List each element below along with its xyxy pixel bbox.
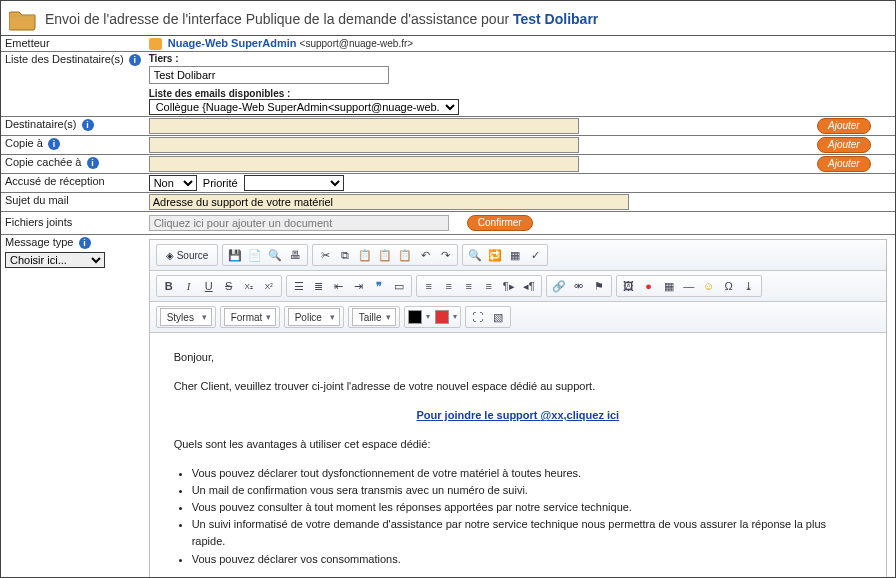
print-icon[interactable]: 🖶: [286, 246, 304, 264]
size-combo[interactable]: Taille: [352, 308, 396, 326]
selectall-icon[interactable]: ▦: [506, 246, 524, 264]
cut-icon[interactable]: ✂: [316, 246, 334, 264]
paste-text-icon[interactable]: 📋: [376, 246, 394, 264]
preview-icon[interactable]: 🔍: [266, 246, 284, 264]
spell-icon[interactable]: ✓: [526, 246, 544, 264]
underline-button[interactable]: U: [200, 277, 218, 295]
paste-icon[interactable]: 📋: [356, 246, 374, 264]
bgcolor-button[interactable]: [435, 310, 449, 324]
emails-select[interactable]: Collègue {Nuage-Web SuperAdmin<support@n…: [149, 99, 459, 115]
label-accuse: Accusé de réception: [1, 174, 145, 193]
emails-avail-label: Liste des emails disponibles :: [149, 88, 891, 99]
label-dest: Destinataire(s) i: [1, 117, 145, 136]
editor-body[interactable]: Bonjour, Cher Client, veuillez trouver c…: [150, 333, 886, 578]
confirm-file-button[interactable]: Confirmer: [467, 215, 533, 231]
unlink-button[interactable]: ⚮: [570, 277, 588, 295]
link-button[interactable]: 🔗: [550, 277, 568, 295]
flash-button[interactable]: ●: [640, 277, 658, 295]
align-right-button[interactable]: ≡: [460, 277, 478, 295]
add-dest-button[interactable]: Ajouter: [817, 118, 871, 134]
bold-button[interactable]: B: [160, 277, 178, 295]
cc-input[interactable]: [149, 137, 579, 153]
body-greeting: Bonjour,: [174, 349, 862, 366]
anchor-button[interactable]: ⚑: [590, 277, 608, 295]
label-files: Fichiers joints: [1, 212, 145, 235]
body-intro: Cher Client, veuillez trouver ci-joint l…: [174, 378, 862, 395]
bcc-input[interactable]: [149, 156, 579, 172]
support-link[interactable]: Pour joindre le support @xx,cliquez ici: [417, 409, 620, 421]
indent-button[interactable]: ⇥: [350, 277, 368, 295]
info-icon[interactable]: i: [129, 54, 141, 66]
editor-toolbar-1: ◈ Source 💾 📄 🔍 🖶 ✂ ⧉ 📋 📋 📋 ↶: [150, 240, 886, 271]
list-item: Un suivi informatisé de votre demande d'…: [192, 516, 862, 550]
showblocks-button[interactable]: ▧: [489, 308, 507, 326]
dest-list-cell: Tiers : Liste des emails disponibles : C…: [145, 52, 895, 117]
paste-word-icon[interactable]: 📋: [396, 246, 414, 264]
find-icon[interactable]: 🔍: [466, 246, 484, 264]
list-item: Vous pouvez déclarer vos consommations.: [192, 551, 862, 568]
page-header: Envoi de l'adresse de l'interface Publiq…: [1, 1, 895, 36]
label-msgtype: Message type i Choisir ici...: [1, 235, 145, 578]
align-justify-button[interactable]: ≡: [480, 277, 498, 295]
mail-form: Emetteur Nuage-Web SuperAdmin <support@n…: [1, 36, 895, 578]
specialchar-button[interactable]: Ω: [720, 277, 738, 295]
info-icon[interactable]: i: [87, 157, 99, 169]
undo-icon[interactable]: ↶: [416, 246, 434, 264]
msgtype-select[interactable]: Choisir ici...: [5, 252, 105, 268]
tiers-input[interactable]: [149, 66, 389, 84]
editor-toolbar-3: Styles Format Police Taille ⛶ ▧: [150, 302, 886, 333]
div-button[interactable]: ▭: [390, 277, 408, 295]
newpage-icon[interactable]: 📄: [246, 246, 264, 264]
hr-button[interactable]: —: [680, 277, 698, 295]
styles-combo[interactable]: Styles: [160, 308, 212, 326]
list-item: Vous pouvez consulter à tout moment les …: [192, 499, 862, 516]
add-cc-button[interactable]: Ajouter: [817, 137, 871, 153]
subject-input[interactable]: [149, 194, 629, 210]
outdent-button[interactable]: ⇤: [330, 277, 348, 295]
align-left-button[interactable]: ≡: [420, 277, 438, 295]
folder-icon: [9, 7, 37, 31]
table-button[interactable]: ▦: [660, 277, 678, 295]
format-combo[interactable]: Format: [224, 308, 276, 326]
pagebreak-button[interactable]: ⤓: [740, 277, 758, 295]
superscript-button[interactable]: X²: [260, 277, 278, 295]
dest-input[interactable]: [149, 118, 579, 134]
redo-icon[interactable]: ↷: [436, 246, 454, 264]
label-cc: Copie à i: [1, 136, 145, 155]
italic-button[interactable]: I: [180, 277, 198, 295]
numlist-button[interactable]: ☰: [290, 277, 308, 295]
align-center-button[interactable]: ≡: [440, 277, 458, 295]
page-title: Envoi de l'adresse de l'interface Publiq…: [45, 11, 598, 27]
strike-button[interactable]: S: [220, 277, 238, 295]
maximize-button[interactable]: ⛶: [469, 308, 487, 326]
font-combo[interactable]: Police: [288, 308, 340, 326]
tiers-label: Tiers :: [149, 53, 891, 64]
replace-icon[interactable]: 🔁: [486, 246, 504, 264]
body-advantages-title: Quels sont les avantages à utiliser cet …: [174, 436, 862, 453]
rtl-button[interactable]: ◂¶: [520, 277, 538, 295]
editor-toolbar-2: B I U S X₂ X² ☰ ≣ ⇤ ⇥ ❞ ▭: [150, 271, 886, 302]
textcolor-button[interactable]: [408, 310, 422, 324]
save-icon[interactable]: 💾: [226, 246, 244, 264]
smiley-button[interactable]: ☺: [700, 277, 718, 295]
label-subject: Sujet du mail: [1, 193, 145, 212]
info-icon[interactable]: i: [82, 119, 94, 131]
add-bcc-button[interactable]: Ajouter: [817, 156, 871, 172]
priorite-select[interactable]: [244, 175, 344, 191]
subscript-button[interactable]: X₂: [240, 277, 258, 295]
info-icon[interactable]: i: [48, 138, 60, 150]
file-input[interactable]: [149, 215, 449, 231]
info-icon[interactable]: i: [79, 237, 91, 249]
label-bcc: Copie cachée à i: [1, 155, 145, 174]
image-button[interactable]: 🖼: [620, 277, 638, 295]
page-title-prefix: Envoi de l'adresse de l'interface Publiq…: [45, 11, 513, 27]
copy-icon[interactable]: ⧉: [336, 246, 354, 264]
accuse-select[interactable]: Non: [149, 175, 197, 191]
bulletlist-button[interactable]: ≣: [310, 277, 328, 295]
label-emetteur: Emetteur: [1, 36, 145, 52]
page-title-company: Test Dolibarr: [513, 11, 598, 27]
source-button[interactable]: ◈ Source: [160, 246, 215, 264]
quote-button[interactable]: ❞: [370, 277, 388, 295]
ltr-button[interactable]: ¶▸: [500, 277, 518, 295]
body-link-line: Pour joindre le support @xx,cliquez ici: [174, 407, 862, 424]
